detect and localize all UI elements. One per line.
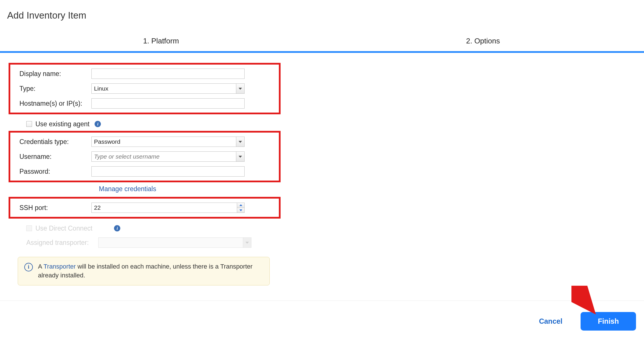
info-banner-text: A Transporter will be installed on each … bbox=[38, 262, 263, 280]
password-label: Password: bbox=[10, 168, 91, 175]
chevron-down-icon bbox=[245, 242, 249, 244]
chevron-down-icon bbox=[239, 88, 242, 90]
assigned-transporter-select bbox=[98, 237, 243, 248]
info-icon[interactable]: i bbox=[114, 225, 120, 231]
transporter-info-banner: i A Transporter will be installed on eac… bbox=[18, 257, 270, 285]
use-direct-connect-checkbox bbox=[26, 225, 32, 231]
type-select[interactable] bbox=[91, 83, 236, 94]
ssh-port-label: SSH port: bbox=[10, 204, 91, 212]
hostnames-input[interactable] bbox=[91, 98, 245, 109]
footer-buttons: Cancel Finish bbox=[532, 312, 636, 331]
use-existing-agent-row[interactable]: Use existing agent i bbox=[9, 117, 644, 131]
triangle-up-icon bbox=[239, 204, 242, 206]
transporter-link[interactable]: Transporter bbox=[43, 263, 76, 270]
footer-divider bbox=[0, 301, 644, 301]
form-container: Display name: Type: Hostname(s) or IP(s)… bbox=[0, 63, 644, 285]
username-label: Username: bbox=[10, 153, 91, 161]
credentials-type-select[interactable] bbox=[91, 137, 236, 147]
assigned-transporter-label: Assigned transporter: bbox=[17, 239, 98, 247]
arrow-annotation-icon bbox=[571, 286, 600, 314]
chevron-down-icon bbox=[239, 156, 242, 158]
use-direct-connect-row: Use Direct Connect i bbox=[9, 221, 644, 235]
svg-line-1 bbox=[574, 289, 589, 306]
password-input[interactable] bbox=[91, 166, 245, 177]
assigned-transporter-dropdown-button bbox=[243, 237, 251, 248]
highlight-box-ssh: SSH port: bbox=[9, 197, 281, 219]
chevron-down-icon bbox=[239, 141, 242, 143]
info-icon[interactable]: i bbox=[95, 121, 101, 127]
credentials-type-dropdown-button[interactable] bbox=[236, 137, 245, 147]
highlight-box-credentials: Credentials type: Username: Password: bbox=[9, 131, 281, 182]
use-existing-agent-checkbox[interactable] bbox=[26, 121, 32, 127]
manage-credentials-link[interactable]: Manage credentials bbox=[99, 185, 156, 193]
username-input[interactable] bbox=[91, 151, 236, 162]
display-name-label: Display name: bbox=[10, 70, 91, 78]
wizard-steps: 1. Platform 2. Options bbox=[0, 37, 644, 53]
username-dropdown-button[interactable] bbox=[236, 151, 245, 162]
wizard-step-platform[interactable]: 1. Platform bbox=[0, 37, 322, 53]
type-label: Type: bbox=[10, 85, 91, 93]
type-select-dropdown-button[interactable] bbox=[236, 83, 245, 94]
highlight-box-basic: Display name: Type: Hostname(s) or IP(s)… bbox=[9, 63, 281, 114]
ssh-port-increment-button[interactable] bbox=[237, 203, 245, 208]
page-title: Add Inventory Item bbox=[0, 0, 644, 21]
ssh-port-decrement-button[interactable] bbox=[237, 208, 245, 213]
display-name-input[interactable] bbox=[91, 69, 245, 79]
finish-button[interactable]: Finish bbox=[581, 312, 636, 331]
use-existing-agent-label: Use existing agent bbox=[35, 120, 89, 128]
wizard-step-options[interactable]: 2. Options bbox=[322, 37, 644, 53]
ssh-port-input[interactable] bbox=[91, 203, 237, 213]
triangle-down-icon bbox=[239, 209, 242, 211]
cancel-button[interactable]: Cancel bbox=[532, 313, 569, 330]
info-circle-icon: i bbox=[24, 263, 33, 271]
use-direct-connect-label: Use Direct Connect bbox=[35, 225, 92, 232]
hostnames-label: Hostname(s) or IP(s): bbox=[10, 100, 91, 107]
credentials-type-label: Credentials type: bbox=[10, 138, 91, 146]
